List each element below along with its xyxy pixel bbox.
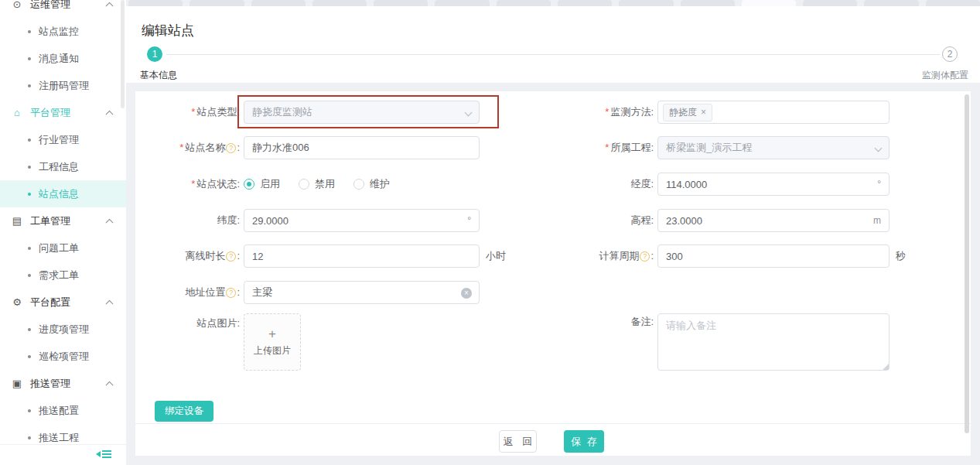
form-scrollbar[interactable] xyxy=(965,94,969,433)
monitor-method-input[interactable]: 静挠度 × xyxy=(657,101,890,124)
offline-duration-field[interactable] xyxy=(244,244,480,268)
elevation-field[interactable]: m xyxy=(657,209,890,232)
clear-icon[interactable]: × xyxy=(461,288,472,299)
radio-enabled[interactable]: 启用 xyxy=(244,177,280,191)
sidebar-item-issue-order[interactable]: 问题工单 xyxy=(0,234,126,262)
sidebar-group-workorder[interactable]: ▤ 工单管理 xyxy=(0,207,126,234)
sidebar-item-push-config[interactable]: 推送配置 xyxy=(0,397,126,424)
sidebar-item-project-info[interactable]: 工程信息 xyxy=(0,153,126,180)
sidebar-group-push[interactable]: ▣ 推送管理 xyxy=(0,370,126,397)
sidebar-item-label: 工程信息 xyxy=(39,160,79,174)
remark-label: 备注: xyxy=(551,313,654,330)
chevron-down-icon xyxy=(875,145,883,152)
project-select[interactable]: 桥梁监测_演示工程 xyxy=(657,136,890,159)
radio-disabled[interactable]: 禁用 xyxy=(299,177,335,191)
help-icon[interactable]: ? xyxy=(226,288,236,298)
address-field[interactable]: × xyxy=(244,281,480,304)
upload-image-button[interactable]: + 上传图片 xyxy=(244,313,301,371)
tab-stub[interactable] xyxy=(128,0,183,6)
longitude-field[interactable]: ° xyxy=(657,173,890,196)
save-button[interactable]: 保 存 xyxy=(564,430,604,453)
sidebar-item-station-info[interactable]: 站点信息 xyxy=(0,180,126,207)
sidebar-item-message-notify[interactable]: 消息通知 xyxy=(0,45,126,72)
help-icon[interactable]: ? xyxy=(226,143,236,153)
bullet-icon xyxy=(28,274,31,277)
top-tab-strip xyxy=(128,0,980,6)
help-icon[interactable]: ? xyxy=(640,251,650,262)
collapse-sidebar-icon[interactable] xyxy=(96,448,113,460)
remark-textarea[interactable] xyxy=(657,313,890,371)
degree-unit: ° xyxy=(467,215,471,226)
upload-label: 上传图片 xyxy=(254,344,291,357)
step-2-circle[interactable]: 2 xyxy=(942,46,958,62)
step-1-circle: 1 xyxy=(147,46,162,62)
sidebar-item-demand-order[interactable]: 需求工单 xyxy=(0,262,126,289)
address-input[interactable] xyxy=(252,287,471,299)
radio-maintenance[interactable]: 维护 xyxy=(353,177,390,191)
tab-stub[interactable] xyxy=(312,0,367,6)
resize-handle[interactable] xyxy=(883,364,889,370)
back-button[interactable]: 返 回 xyxy=(499,430,537,453)
bullet-icon xyxy=(28,436,31,439)
tab-stub[interactable] xyxy=(558,0,612,6)
workorder-icon: ▤ xyxy=(11,215,23,227)
sidebar-item-regcode[interactable]: 注册码管理 xyxy=(0,72,126,99)
station-name-input[interactable] xyxy=(252,142,471,154)
tab-stub[interactable] xyxy=(497,0,551,6)
chevron-up-icon xyxy=(106,110,114,118)
sidebar-item-inspection-mgmt[interactable]: 巡检项管理 xyxy=(0,343,126,370)
plus-icon: + xyxy=(268,327,276,341)
sidebar-item-progress-mgmt[interactable]: 进度项管理 xyxy=(0,316,126,343)
longitude-input[interactable] xyxy=(666,179,881,190)
tab-stub[interactable] xyxy=(190,0,244,6)
sidebar-item-station-monitor[interactable]: 站点监控 xyxy=(0,18,126,45)
required-mark: * xyxy=(191,106,195,118)
tab-stub[interactable] xyxy=(926,0,980,6)
tab-stub[interactable] xyxy=(864,0,918,6)
step-2-label: 监测体配置 xyxy=(922,69,968,82)
latitude-label: 纬度: xyxy=(138,209,240,232)
calc-period-field[interactable] xyxy=(657,244,890,268)
monitor-method-label: *监测方法: xyxy=(551,101,654,124)
station-name-field[interactable] xyxy=(244,136,480,159)
sidebar-item-industry[interactable]: 行业管理 xyxy=(0,126,126,153)
station-type-label: *站点类型: xyxy=(138,101,240,124)
sidebar-group-label: 运维管理 xyxy=(30,0,70,12)
bullet-icon xyxy=(28,138,31,142)
tab-stub[interactable] xyxy=(251,0,306,6)
bullet-icon xyxy=(28,355,31,358)
chevron-down-icon xyxy=(465,109,473,117)
sidebar-group-config[interactable]: ⚙ 平台配置 xyxy=(0,289,126,316)
radio-label: 启用 xyxy=(260,177,280,191)
required-mark: * xyxy=(605,106,609,118)
sidebar-item-push-project[interactable]: 推送工程 xyxy=(0,424,126,451)
bullet-icon xyxy=(28,84,31,87)
divider xyxy=(0,444,126,445)
latitude-field[interactable]: ° xyxy=(244,209,480,232)
bullet-icon xyxy=(28,57,31,60)
sidebar-item-label: 站点监控 xyxy=(39,25,79,39)
bind-device-button[interactable]: 绑定设备 xyxy=(155,401,213,422)
tab-stub[interactable] xyxy=(803,0,857,6)
calc-period-input[interactable] xyxy=(666,251,881,262)
tab-stub-active[interactable] xyxy=(742,0,796,6)
tab-stub[interactable] xyxy=(619,0,673,6)
elevation-input[interactable] xyxy=(666,215,881,227)
step-1-label: 基本信息 xyxy=(140,69,177,82)
radio-icon xyxy=(353,179,364,190)
sidebar-group-label: 推送管理 xyxy=(30,377,70,391)
tab-stub[interactable] xyxy=(374,0,428,6)
help-icon[interactable]: ? xyxy=(226,251,236,262)
config-icon: ⚙ xyxy=(11,296,23,308)
sidebar-group-platform[interactable]: ⌂ 平台管理 xyxy=(0,99,126,126)
chevron-up-icon xyxy=(106,2,114,9)
tag-remove-icon[interactable]: × xyxy=(701,107,706,118)
sidebar-group-ops[interactable]: ⊙ 运维管理 xyxy=(0,0,126,18)
offline-duration-input[interactable] xyxy=(252,251,471,262)
tab-stub[interactable] xyxy=(681,0,735,6)
page-title: 编辑站点 xyxy=(142,22,194,39)
station-type-select[interactable]: 静挠度监测站 xyxy=(244,101,480,124)
latitude-input[interactable] xyxy=(252,215,471,227)
sidebar-scrollbar[interactable] xyxy=(121,0,125,108)
tab-stub[interactable] xyxy=(435,0,489,6)
